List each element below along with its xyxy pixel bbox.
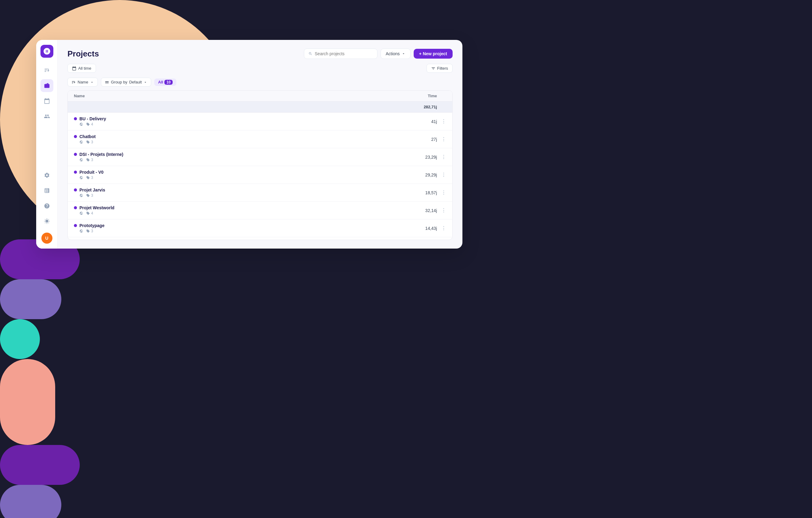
briefcase-icon	[44, 83, 50, 89]
toolbar: Name Group by Default All 10	[67, 78, 453, 86]
tag-icon	[86, 212, 90, 215]
project-time: 41j	[406, 119, 437, 124]
project-time: 14,43j	[406, 226, 437, 231]
globe-icon	[80, 122, 83, 126]
new-project-button[interactable]: + New project	[414, 49, 453, 59]
sidebar-item-help[interactable]	[40, 199, 53, 212]
col-name-header: Name	[74, 93, 406, 98]
total-row: 282,71j	[68, 102, 452, 113]
app-window: U Projects Actions + New project	[36, 40, 462, 249]
team-icon	[44, 113, 50, 119]
project-meta: 3	[74, 229, 406, 233]
sidebar-item-projects[interactable]	[40, 79, 53, 92]
project-info: Prototypage 3	[74, 223, 406, 233]
project-menu-button[interactable]: ⋮	[437, 172, 446, 178]
user-avatar[interactable]: U	[41, 233, 53, 244]
sidebar-item-theme[interactable]	[40, 215, 53, 228]
sidebar-logo[interactable]	[40, 45, 53, 58]
project-info: Produit - V0 3	[74, 170, 406, 180]
filters-label: Filters	[437, 66, 448, 71]
new-project-label: + New project	[419, 51, 447, 56]
calendar-icon	[44, 98, 50, 104]
project-time: 29,29j	[406, 172, 437, 178]
tag-meta: 3	[86, 158, 93, 162]
sidebar-item-calendar[interactable]	[40, 94, 53, 107]
project-info: Projet Westworld 4	[74, 205, 406, 215]
globe-meta	[80, 229, 83, 233]
globe-meta	[80, 158, 83, 162]
subheader: All time Filters	[67, 64, 453, 73]
project-meta: 4	[74, 211, 406, 215]
actions-button[interactable]: Actions	[381, 49, 411, 59]
tag-meta: 3	[86, 193, 93, 198]
project-menu-button[interactable]: ⋮	[437, 136, 446, 142]
table-row[interactable]: Spaceship 2 37,71j ⋮	[68, 237, 452, 240]
project-menu-button[interactable]: ⋮	[437, 190, 446, 195]
grid-icon	[44, 188, 50, 194]
project-name: Produit - V0	[80, 170, 104, 174]
table-header: Name Time	[68, 90, 452, 102]
tag-meta: 3	[86, 175, 93, 180]
total-time: 282,71j	[406, 105, 437, 109]
table-row[interactable]: Projet Jarvis 3 18,57j ⋮	[68, 184, 452, 201]
sidebar-item-settings[interactable]	[40, 169, 53, 182]
search-input[interactable]	[315, 51, 373, 56]
cat-icon	[43, 47, 51, 55]
globe-icon	[80, 229, 83, 233]
project-menu-button[interactable]: ⋮	[437, 118, 446, 124]
sort-chevron-icon	[90, 80, 94, 84]
col-time-header: Time	[406, 93, 437, 98]
group-icon	[105, 80, 109, 84]
tag-meta: 3	[86, 140, 93, 144]
sort-label: Name	[78, 80, 88, 84]
table-row[interactable]: BU - Delivery 4 41j ⋮	[68, 113, 452, 130]
globe-meta	[80, 194, 83, 197]
tag-meta: 4	[86, 122, 93, 127]
sidebar-item-grid[interactable]	[40, 184, 53, 197]
project-name: Projet Jarvis	[80, 188, 105, 192]
header-actions: Actions + New project	[304, 49, 453, 59]
tag-icon	[86, 194, 90, 197]
project-rows: BU - Delivery 4 41j ⋮ Chatbot	[68, 113, 452, 240]
tag-meta: 3	[86, 229, 93, 233]
globe-icon	[80, 140, 83, 144]
filters-button[interactable]: Filters	[427, 64, 453, 73]
projects-table: Name Time 282,71j BU - Delivery	[67, 90, 453, 240]
project-dot	[74, 224, 77, 227]
all-time-label: All time	[78, 66, 91, 71]
project-menu-button[interactable]: ⋮	[437, 154, 446, 160]
project-menu-button[interactable]: ⋮	[437, 208, 446, 213]
bg-pill-purple-light-bottom	[0, 485, 61, 518]
page-title: Projects	[67, 49, 99, 59]
table-row[interactable]: DSI - Projets (Interne) 3 23,29j ⋮	[68, 148, 452, 166]
filter-all-label: All	[158, 80, 163, 84]
search-box[interactable]	[304, 49, 377, 59]
all-time-button[interactable]: All time	[67, 64, 96, 73]
table-row[interactable]: Produit - V0 3 29,29j ⋮	[68, 166, 452, 184]
globe-icon	[80, 158, 83, 162]
globe-meta	[80, 212, 83, 215]
group-by-button[interactable]: Group by Default	[101, 78, 151, 86]
project-dot	[74, 188, 77, 191]
project-menu-button[interactable]: ⋮	[437, 225, 446, 231]
project-meta: 3	[74, 175, 406, 180]
filter-all-badge[interactable]: All 10	[154, 79, 176, 86]
sidebar-item-team[interactable]	[40, 110, 53, 123]
project-info: Chatbot 3	[74, 134, 406, 144]
page-header: Projects Actions + New project	[67, 49, 453, 59]
globe-icon	[80, 176, 83, 180]
table-row[interactable]: Projet Westworld 4 32,14j ⋮	[68, 201, 452, 219]
sidebar-item-list[interactable]	[40, 64, 53, 77]
project-time: 27j	[406, 137, 437, 142]
main-content: Projects Actions + New project	[58, 40, 462, 249]
project-name: Chatbot	[80, 134, 96, 139]
project-meta: 4	[74, 122, 406, 127]
project-info: DSI - Projets (Interne) 3	[74, 152, 406, 162]
sort-button[interactable]: Name	[67, 78, 98, 86]
project-time: 23,29j	[406, 155, 437, 160]
calendar-small-icon	[72, 66, 76, 71]
table-row[interactable]: Prototypage 3 14,43j ⋮	[68, 219, 452, 237]
project-dot	[74, 135, 77, 138]
table-row[interactable]: Chatbot 3 27j ⋮	[68, 130, 452, 148]
group-chevron-icon	[144, 80, 147, 84]
